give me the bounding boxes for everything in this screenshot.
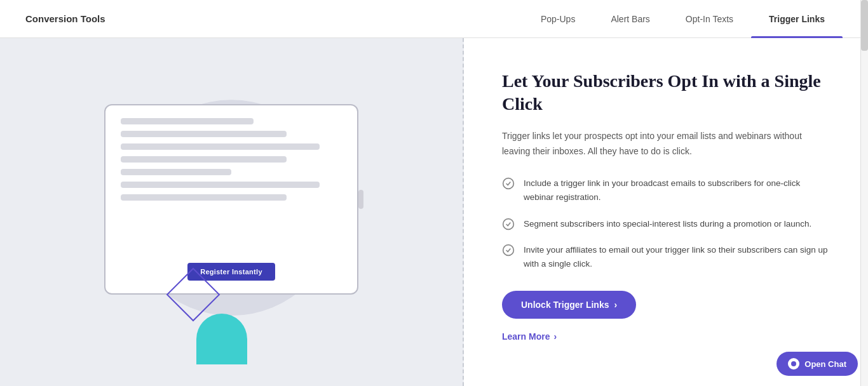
- content-line-4: [121, 156, 287, 163]
- content-line-2: [121, 131, 287, 137]
- feature-title: Let Your Subscribers Opt In with a Singl…: [502, 70, 829, 116]
- list-item-text-3: Invite your affiliates to email out your…: [524, 243, 829, 270]
- chat-dot-icon: [788, 358, 799, 369]
- check-icon-3: [502, 244, 515, 256]
- content-line-5: [121, 169, 231, 175]
- main-content: Register Instantly Let Your Subscribers …: [0, 38, 868, 386]
- check-icon-1: [502, 177, 515, 190]
- open-chat-button[interactable]: Open Chat: [776, 352, 858, 376]
- illustration-wrap: Register Instantly: [72, 60, 390, 364]
- content-line-3: [121, 143, 320, 150]
- nav-item-optintexts[interactable]: Opt-In Texts: [668, 0, 751, 38]
- list-item-1: Include a trigger link in your broadcast…: [502, 176, 829, 204]
- svg-point-2: [503, 245, 514, 256]
- chevron-right-icon: ›: [614, 300, 617, 310]
- content-line-7: [121, 194, 287, 201]
- scrollbar-thumb[interactable]: [861, 0, 868, 51]
- main-nav: Pop-Ups Alert Bars Opt-In Texts Trigger …: [523, 0, 843, 37]
- unlock-trigger-links-button[interactable]: Unlock Trigger Links ›: [502, 291, 636, 319]
- tablet-content: [121, 118, 342, 256]
- list-item-text-1: Include a trigger link in your broadcast…: [524, 176, 829, 204]
- nav-item-popups[interactable]: Pop-Ups: [523, 0, 593, 38]
- content-line-1: [121, 118, 254, 124]
- svg-point-0: [503, 178, 514, 189]
- svg-point-1: [503, 218, 514, 229]
- list-item-2: Segment subscribers into special-interes…: [502, 217, 829, 231]
- learn-more-link[interactable]: Learn More ›: [502, 331, 829, 342]
- list-item-text-2: Segment subscribers into special-interes…: [524, 217, 811, 231]
- logo: Conversion Tools: [25, 13, 105, 24]
- nav-item-alertbars[interactable]: Alert Bars: [593, 0, 667, 38]
- list-item-3: Invite your affiliates to email out your…: [502, 243, 829, 270]
- tablet-side-button: [358, 190, 363, 209]
- illustration-panel: Register Instantly: [0, 38, 464, 386]
- page-scrollbar[interactable]: [860, 0, 868, 386]
- feature-panel: Let Your Subscribers Opt In with a Singl…: [464, 38, 868, 386]
- tablet-device: Register Instantly: [104, 104, 358, 295]
- nav-item-triggerlinks[interactable]: Trigger Links: [751, 0, 843, 38]
- avatar-shape: [196, 314, 247, 364]
- header: Conversion Tools Pop-Ups Alert Bars Opt-…: [0, 0, 868, 38]
- check-icon-2: [502, 218, 515, 230]
- feature-description: Trigger links let your prospects opt int…: [502, 129, 829, 159]
- content-line-6: [121, 182, 320, 188]
- feature-list: Include a trigger link in your broadcast…: [502, 176, 829, 270]
- chevron-right-small-icon: ›: [553, 331, 557, 342]
